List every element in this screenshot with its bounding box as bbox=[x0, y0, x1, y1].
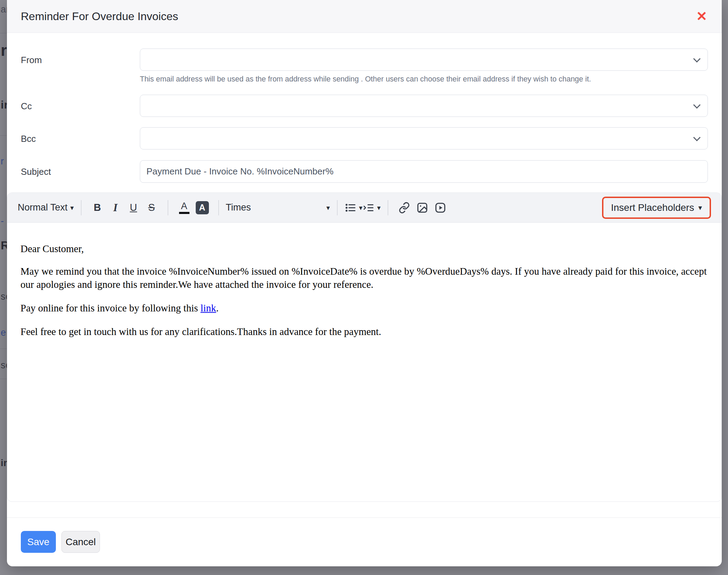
pay-online-link[interactable]: link bbox=[201, 302, 216, 314]
chevron-down-icon: ▾ bbox=[377, 204, 381, 212]
chevron-down-icon: ▾ bbox=[70, 204, 74, 212]
chevron-down-icon: ▾ bbox=[327, 204, 330, 212]
body-paragraph: Feel free to get in touch with us for an… bbox=[20, 325, 708, 338]
background-color-button[interactable]: A bbox=[193, 197, 211, 218]
chevron-down-icon: ▾ bbox=[698, 204, 702, 212]
rich-text-editor: Normal Text ▾ B I U S A A Times ▾ bbox=[7, 192, 722, 502]
toolbar-divider bbox=[81, 200, 82, 215]
subject-input[interactable]: Payment Due - Invoice No. %InvoiceNumber… bbox=[140, 160, 708, 183]
from-helper-text: This email address will be used as the f… bbox=[140, 75, 591, 84]
italic-button[interactable]: I bbox=[107, 197, 125, 218]
body-paragraph: Dear Customer, bbox=[20, 242, 708, 255]
image-icon bbox=[416, 202, 428, 214]
bcc-label: Bcc bbox=[21, 134, 36, 144]
insert-image-button[interactable] bbox=[413, 197, 431, 218]
toolbar-divider bbox=[218, 200, 219, 215]
background-color-icon: A bbox=[196, 201, 209, 214]
toolbar-divider bbox=[168, 200, 168, 215]
underline-button[interactable]: U bbox=[125, 197, 143, 218]
bold-button[interactable]: B bbox=[88, 197, 107, 218]
from-label: From bbox=[21, 55, 42, 66]
cc-select[interactable] bbox=[140, 95, 708, 117]
strikethrough-button[interactable]: S bbox=[143, 197, 161, 218]
dialog-header: Reminder For Overdue Invoices ✕ bbox=[7, 0, 722, 33]
font-family-dropdown[interactable]: Times ▾ bbox=[226, 197, 330, 218]
save-button[interactable]: Save bbox=[21, 531, 56, 553]
indent-button[interactable]: ▾ bbox=[363, 197, 381, 218]
text-color-icon: A bbox=[179, 201, 189, 214]
chevron-down-icon bbox=[693, 55, 701, 62]
dialog-title: Reminder For Overdue Invoices bbox=[21, 10, 178, 23]
reminder-dialog: Reminder For Overdue Invoices ✕ From Thi… bbox=[7, 0, 722, 566]
toolbar-divider bbox=[388, 200, 388, 215]
chevron-down-icon bbox=[693, 101, 701, 109]
insert-placeholders-button[interactable]: Insert Placeholders ▾ bbox=[602, 197, 711, 219]
bullet-list-icon bbox=[345, 202, 356, 214]
body-paragraph: May we remind you that the invoice %Invo… bbox=[20, 265, 708, 291]
insert-link-button[interactable] bbox=[395, 197, 413, 218]
chevron-down-icon bbox=[693, 134, 701, 141]
body-paragraph: Pay online for this invoice by following… bbox=[20, 301, 708, 315]
dialog-footer: Save Cancel bbox=[7, 517, 722, 566]
text-color-button[interactable]: A bbox=[175, 197, 193, 218]
paragraph-style-dropdown[interactable]: Normal Text ▾ bbox=[18, 197, 74, 218]
link-icon bbox=[398, 202, 410, 214]
cc-label: Cc bbox=[21, 101, 32, 112]
bullet-list-button[interactable]: ▾ bbox=[345, 197, 363, 218]
editor-toolbar: Normal Text ▾ B I U S A A Times ▾ bbox=[7, 193, 721, 223]
insert-video-button[interactable] bbox=[431, 197, 449, 218]
toolbar-divider bbox=[337, 200, 338, 215]
bcc-select[interactable] bbox=[140, 127, 708, 149]
close-icon[interactable]: ✕ bbox=[693, 8, 710, 24]
from-select[interactable] bbox=[140, 49, 708, 71]
cancel-button[interactable]: Cancel bbox=[61, 531, 100, 553]
video-icon bbox=[434, 202, 446, 214]
subject-label: Subject bbox=[21, 166, 51, 177]
email-body-editor[interactable]: Dear Customer, May we remind you that th… bbox=[7, 223, 721, 338]
indent-icon bbox=[363, 202, 374, 214]
subject-value: Payment Due - Invoice No. %InvoiceNumber… bbox=[146, 166, 333, 177]
chevron-down-icon: ▾ bbox=[359, 204, 363, 212]
